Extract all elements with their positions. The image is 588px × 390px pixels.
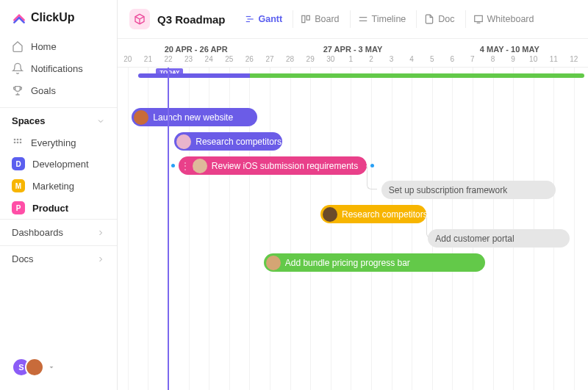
- board-icon: [301, 14, 311, 24]
- timeline-header: 20 APR - 26 APR27 APR - 3 MAY4 MAY - 10 …: [118, 39, 588, 68]
- spaces-header[interactable]: Spaces: [0, 107, 117, 132]
- chevron-right-icon: [96, 228, 105, 237]
- task-label: Research competitors: [342, 209, 428, 220]
- tab-whiteboard[interactable]: Whiteboard: [465, 10, 542, 28]
- day-label: 23: [179, 55, 199, 67]
- task-label: Add bundle pricing progress bar: [285, 258, 410, 268]
- space-everything-label: Everything: [31, 137, 76, 148]
- day-label: 22: [158, 55, 179, 67]
- drag-grip-icon[interactable]: ⋮⋮: [181, 161, 188, 171]
- dependency-dot[interactable]: [171, 164, 175, 167]
- task-bar[interactable]: Set up subscription framework: [381, 181, 556, 199]
- brand-name: ClickUp: [31, 11, 75, 24]
- task-bar[interactable]: Research competitors: [320, 205, 426, 223]
- task-label: Research competitors: [196, 137, 282, 147]
- drag-grip-icon[interactable]: ⋮⋮: [362, 161, 370, 171]
- space-marketing[interactable]: M Marketing: [0, 175, 117, 197]
- tab-timeline[interactable]: Timeline: [350, 10, 414, 28]
- bell-icon: [12, 62, 24, 74]
- tab-board[interactable]: Board: [293, 10, 346, 28]
- task-label: Launch new website: [153, 112, 233, 123]
- day-label: 21: [138, 55, 159, 67]
- gantt-icon: [245, 14, 255, 24]
- space-label: Marketing: [32, 181, 74, 192]
- grid-icon: [12, 137, 24, 148]
- day-label: 20: [118, 55, 138, 67]
- nav-notifications[interactable]: Notifications: [0, 57, 117, 79]
- avatar[interactable]: [25, 358, 44, 377]
- space-product[interactable]: P Product: [0, 197, 117, 219]
- chevron-down-icon: [96, 117, 105, 126]
- day-label: 2: [361, 55, 381, 67]
- tab-gantt[interactable]: Gantt: [237, 10, 290, 28]
- assignee-avatar: [134, 110, 148, 125]
- svg-point-0: [14, 139, 16, 141]
- nav-home[interactable]: Home: [0, 35, 117, 57]
- svg-rect-10: [306, 15, 309, 20]
- day-label: 27: [259, 55, 280, 67]
- gantt-chart[interactable]: Launch new websiteResearch competitors⋮⋮…: [118, 68, 588, 390]
- caret-down-icon[interactable]: [47, 363, 56, 372]
- day-label: 29: [300, 55, 320, 67]
- week-label: 20 APR - 26 APR: [118, 39, 274, 55]
- space-badge: M: [12, 179, 25, 192]
- assignee-avatar: [323, 207, 337, 222]
- space-label: Development: [32, 159, 89, 170]
- trophy-icon: [12, 84, 24, 96]
- day-label: 24: [198, 55, 219, 67]
- nav-goals[interactable]: Goals: [0, 79, 117, 101]
- day-label: 3: [381, 55, 402, 67]
- task-label: Review iOS submission requirements: [212, 161, 358, 171]
- cube-icon: [129, 9, 150, 29]
- day-label: 6: [442, 55, 463, 67]
- nav-docs[interactable]: Docs: [0, 245, 117, 272]
- nav-home-label: Home: [31, 41, 57, 52]
- assignee-avatar: [266, 256, 281, 270]
- nav-notifications-label: Notifications: [31, 63, 83, 74]
- spaces-header-label: Spaces: [12, 115, 46, 126]
- user-avatars[interactable]: S: [0, 358, 117, 390]
- day-label: 12: [564, 55, 584, 67]
- task-bar[interactable]: Add bundle pricing progress bar: [264, 253, 485, 272]
- nav-dashboards-label: Dashboards: [12, 227, 63, 238]
- home-icon: [12, 40, 24, 52]
- day-label: 4: [401, 55, 422, 67]
- space-everything[interactable]: Everything: [0, 132, 117, 153]
- summary-bar[interactable]: [138, 73, 584, 78]
- timeline-icon: [358, 14, 368, 24]
- svg-rect-9: [302, 15, 305, 22]
- doc-icon: [424, 14, 434, 24]
- day-label: 28: [280, 55, 301, 67]
- svg-point-5: [20, 142, 22, 144]
- svg-point-3: [14, 142, 16, 144]
- assignee-avatar: [176, 134, 191, 149]
- tab-doc[interactable]: Doc: [416, 10, 462, 28]
- svg-point-4: [17, 142, 19, 144]
- day-label: 10: [523, 55, 544, 67]
- day-label: 26: [240, 55, 260, 67]
- week-label: 27 APR - 3 MAY: [274, 39, 431, 55]
- brand: ClickUp: [0, 0, 117, 32]
- svg-rect-13: [474, 15, 482, 21]
- whiteboard-icon: [473, 14, 484, 24]
- day-label: 1: [341, 55, 362, 67]
- space-development[interactable]: D Development: [0, 153, 117, 175]
- today-line: [168, 68, 169, 390]
- svg-point-1: [17, 139, 19, 141]
- clickup-logo-icon: [12, 10, 26, 25]
- nav-docs-label: Docs: [12, 253, 34, 264]
- day-label: 11: [543, 55, 564, 67]
- space-label: Product: [32, 203, 68, 214]
- assignee-avatar: [193, 159, 207, 173]
- task-bar[interactable]: Launch new website: [132, 108, 257, 126]
- day-label: 7: [462, 55, 483, 67]
- task-bar[interactable]: ⋮⋮Review iOS submission requirements⋮⋮: [179, 156, 368, 175]
- chevron-right-icon: [96, 255, 105, 264]
- task-bar[interactable]: Add customer portal: [428, 229, 570, 248]
- space-badge: D: [12, 157, 25, 170]
- week-label: 4 MAY - 10 MAY: [431, 39, 588, 55]
- day-label: 5: [422, 55, 442, 67]
- task-label: Set up subscription framework: [389, 185, 507, 195]
- task-bar[interactable]: Research competitors: [174, 132, 282, 151]
- nav-dashboards[interactable]: Dashboards: [0, 219, 117, 245]
